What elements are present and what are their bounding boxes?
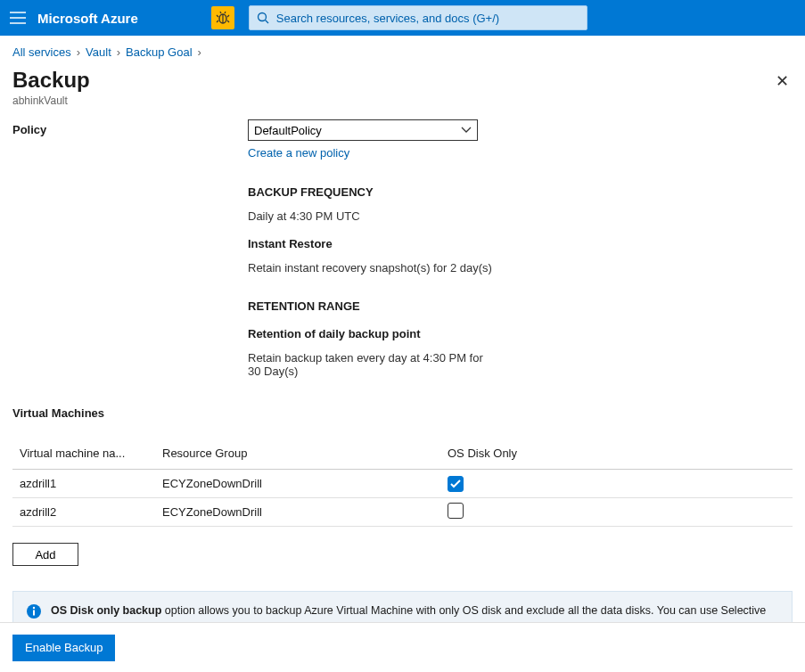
policy-select[interactable]: DefaultPolicy	[248, 119, 478, 141]
search-input[interactable]	[276, 12, 579, 25]
col-os-disk-only: OS Disk Only	[448, 447, 785, 460]
vm-name-cell: azdrill2	[20, 505, 162, 519]
footer: Enable Backup	[0, 622, 805, 672]
brand-label: Microsoft Azure	[37, 11, 138, 26]
chevron-right-icon: ›	[198, 45, 201, 59]
enable-backup-button[interactable]: Enable Backup	[12, 635, 115, 661]
close-icon[interactable]: ✕	[772, 68, 793, 94]
search-box[interactable]	[249, 5, 587, 30]
bug-icon[interactable]	[211, 6, 234, 29]
svg-line-9	[220, 12, 221, 13]
svg-line-10	[225, 12, 226, 13]
table-row: azdrill1 ECYZoneDownDrill	[12, 470, 793, 498]
top-bar: Microsoft Azure	[0, 0, 805, 36]
svg-line-8	[227, 20, 229, 22]
page-subtitle: abhinkVault	[12, 94, 90, 107]
svg-line-6	[227, 15, 229, 17]
search-icon	[257, 12, 269, 24]
vm-table-header: Virtual machine na... Resource Group OS …	[12, 438, 793, 470]
retention-daily-value: Retain backup taken every day at 4:30 PM…	[248, 351, 489, 378]
breadcrumb-item[interactable]: All services	[12, 45, 71, 59]
svg-point-11	[258, 13, 266, 21]
backup-frequency-heading: BACKUP FREQUENCY	[248, 185, 793, 199]
chevron-down-icon	[461, 127, 472, 134]
policy-label: Policy	[12, 119, 248, 136]
retention-daily-heading: Retention of daily backup point	[248, 327, 793, 340]
instant-restore-heading: Instant Restore	[248, 237, 793, 250]
backup-frequency-value: Daily at 4:30 PM UTC	[248, 209, 793, 223]
page-header: Backup abhinkVault ✕	[0, 68, 805, 114]
content: Policy DefaultPolicy Create a new policy…	[0, 114, 805, 664]
breadcrumb-item[interactable]: Vault	[86, 45, 111, 59]
breadcrumb: All services › Vault › Backup Goal ›	[0, 36, 805, 68]
policy-selected-value: DefaultPolicy	[254, 124, 322, 137]
os-disk-only-checkbox[interactable]	[448, 503, 464, 519]
chevron-right-icon: ›	[117, 45, 120, 59]
info-bold: OS Disk only backup	[51, 604, 161, 617]
col-resource-group: Resource Group	[162, 447, 448, 460]
vm-name-cell: azdrill1	[20, 477, 162, 490]
vm-table: Virtual machine na... Resource Group OS …	[12, 438, 793, 527]
virtual-machines-heading: Virtual Machines	[12, 406, 793, 420]
create-policy-link[interactable]: Create a new policy	[248, 146, 349, 160]
instant-restore-value: Retain instant recovery snapshot(s) for …	[248, 261, 793, 275]
page-title: Backup	[12, 68, 90, 93]
svg-rect-14	[33, 611, 35, 616]
retention-range-heading: RETENTION RANGE	[248, 299, 793, 313]
svg-point-15	[33, 607, 35, 609]
chevron-right-icon: ›	[77, 45, 80, 59]
menu-icon[interactable]	[7, 7, 29, 29]
svg-line-7	[217, 20, 218, 22]
vm-rg-cell: ECYZoneDownDrill	[162, 505, 448, 519]
breadcrumb-item[interactable]: Backup Goal	[126, 45, 192, 59]
vm-rg-cell: ECYZoneDownDrill	[162, 477, 448, 490]
add-button[interactable]: Add	[12, 543, 78, 566]
os-disk-only-checkbox[interactable]	[448, 476, 464, 492]
table-row: azdrill2 ECYZoneDownDrill	[12, 498, 793, 527]
svg-line-5	[217, 15, 218, 17]
col-vm-name: Virtual machine na...	[20, 447, 162, 460]
svg-line-12	[265, 20, 268, 24]
